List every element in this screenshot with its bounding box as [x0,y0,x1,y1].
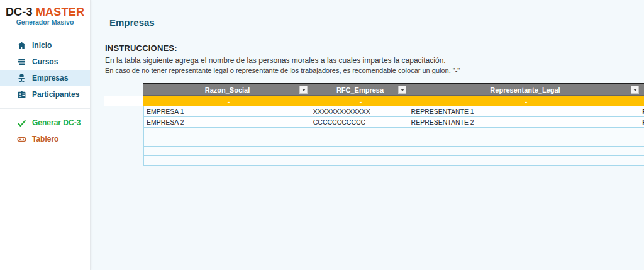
table-cell-razon-social[interactable]: EMPRESA 2 [144,118,312,126]
sidebar-item-tablero[interactable]: Tablero [0,131,90,147]
table-row-empty[interactable] [144,128,644,137]
logo-subtitle: Generador Masivo [0,18,90,26]
sidebar-item-label: Tablero [32,135,58,143]
title-divider [100,31,638,31]
sidebar-item-label: Cursos [32,57,58,66]
dashboard-icon [16,134,26,144]
table-cell-razon-social[interactable]: EMPRESA 1 [144,108,312,115]
sidebar-item-label: Participantes [32,90,79,99]
app-logo: DC-3 MASTER Generador Masivo [0,0,90,31]
table-cell[interactable]: - [409,98,641,105]
table-cell-representante[interactable]: REPRESENTANTE 2 [409,118,642,126]
filter-dropdown-button[interactable] [631,86,639,94]
check-icon [16,118,26,128]
column-header-razon-social: Razon_Social [143,84,311,95]
table-row[interactable]: EMPRESA 1 XXXXXXXXXXXXX REPRESENTANTE 1 … [144,106,644,117]
sidebar-item-cursos[interactable]: Cursos [0,53,90,70]
sidebar-item-label: Inicio [32,41,52,50]
table-default-row[interactable]: - - - [143,96,644,106]
table-cell[interactable]: - [143,98,311,105]
table-cell-rfc[interactable]: CCCCCCCCCCC [312,118,409,126]
books-stack-icon [16,57,26,67]
table-header-row: Razon_Social RFC_Empresa Representante_L… [143,84,644,96]
caret-down-icon [302,89,306,91]
table-cell[interactable]: - [311,98,409,105]
column-header-label: RFC_Empresa [336,86,384,94]
column-header-clipped [641,84,644,95]
table-row-label-cell [104,96,143,106]
logo-primary: DC-3 [6,6,33,18]
sidebar-item-label: Generar DC-3 [32,118,80,127]
empresas-table: Razon_Social RFC_Empresa Representante_L… [143,83,644,167]
table-cell-clipped[interactable]: R [641,108,644,115]
caret-down-icon [633,89,637,91]
table-row-empty[interactable] [144,156,644,166]
table-body: EMPRESA 1 XXXXXXXXXXXXX REPRESENTANTE 1 … [143,106,644,166]
table-row-empty[interactable] [144,147,644,156]
logo-accent: MASTER [36,6,84,18]
page-title: Empresas [109,17,155,28]
table-cell-representante[interactable]: REPRESENTANTE 1 [409,108,642,115]
sidebar: DC-3 MASTER Generador Masivo Inicio [0,0,91,270]
id-card-icon [16,89,26,99]
table-cell-clipped[interactable]: R [641,118,644,126]
instructions-line: En la tabla siguiente agrega el nombre d… [105,56,446,65]
column-header-label: Representante_Legal [490,86,560,94]
table-row[interactable]: EMPRESA 2 CCCCCCCCCCC REPRESENTANTE 2 R [144,117,644,128]
office-chair-icon [16,73,26,83]
caret-down-icon [401,89,404,91]
column-header-representante-legal: Representante_Legal [409,84,641,95]
table-cell-rfc[interactable]: XXXXXXXXXXXXX [312,108,409,115]
instructions-heading: INSTRUCCIONES: [105,43,177,53]
app-window: DC-3 MASTER Generador Masivo Inicio [0,0,644,270]
table-row-empty[interactable] [144,137,644,147]
sidebar-item-empresas[interactable]: Empresas [0,70,90,86]
sidebar-item-generar-dc3[interactable]: Generar DC-3 [0,115,90,131]
sidebar-nav: Inicio Cursos [0,37,90,147]
sidebar-item-inicio[interactable]: Inicio [0,37,90,53]
sidebar-item-label: Empresas [32,74,68,82]
sidebar-item-participantes[interactable]: Participantes [0,86,90,103]
instructions-line: En caso de no tener representante legal … [105,67,460,74]
main-content: Empresas INSTRUCCIONES: En la tabla sigu… [91,0,644,270]
sidebar-divider [0,108,90,109]
home-icon [16,40,26,50]
filter-dropdown-button[interactable] [299,86,308,94]
column-header-label: Razon_Social [205,86,250,94]
column-header-rfc-empresa: RFC_Empresa [311,84,409,95]
filter-dropdown-button[interactable] [398,86,406,94]
logo-title: DC-3 MASTER [0,6,90,18]
